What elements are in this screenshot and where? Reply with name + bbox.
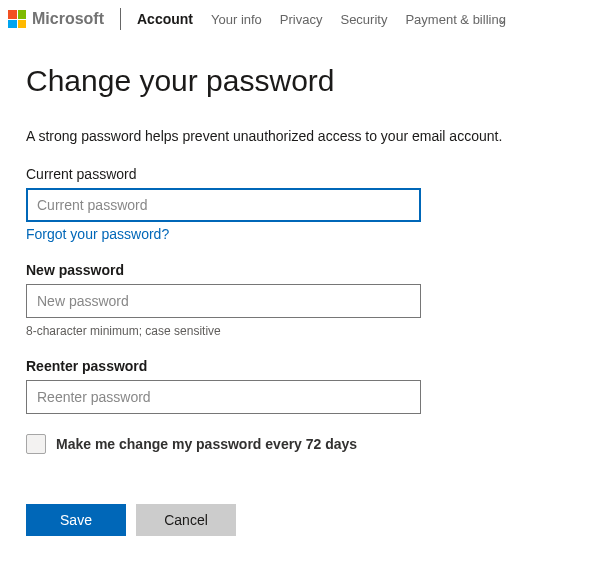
global-header: Microsoft Account Your info Privacy Secu…: [0, 0, 605, 38]
nav-your-info[interactable]: Your info: [211, 12, 262, 27]
microsoft-logo-icon: [8, 10, 26, 28]
new-password-hint: 8-character minimum; case sensitive: [26, 324, 579, 338]
main-content: Change your password A strong password h…: [0, 38, 605, 556]
rotate-password-label: Make me change my password every 72 days: [56, 436, 357, 452]
form-actions: Save Cancel: [26, 504, 579, 536]
nav-account[interactable]: Account: [137, 11, 193, 27]
nav-payment-billing-label: Payment & billing: [405, 12, 505, 27]
reenter-password-label: Reenter password: [26, 358, 579, 374]
nav-payment-billing[interactable]: Payment & billing ⌄: [405, 12, 506, 27]
new-password-field: New password 8-character minimum; case s…: [26, 262, 579, 338]
reenter-password-input[interactable]: [26, 380, 421, 414]
brand-logo[interactable]: Microsoft: [8, 10, 104, 28]
top-nav: Account Your info Privacy Security Payme…: [137, 11, 507, 27]
current-password-label: Current password: [26, 166, 579, 182]
page-title: Change your password: [26, 64, 579, 98]
new-password-label: New password: [26, 262, 579, 278]
chevron-down-icon: ⌄: [498, 13, 507, 26]
rotate-password-option[interactable]: Make me change my password every 72 days: [26, 434, 579, 454]
brand-name: Microsoft: [32, 10, 104, 28]
current-password-input[interactable]: [26, 188, 421, 222]
cancel-button[interactable]: Cancel: [136, 504, 236, 536]
nav-security[interactable]: Security: [340, 12, 387, 27]
reenter-password-field: Reenter password: [26, 358, 579, 414]
save-button[interactable]: Save: [26, 504, 126, 536]
forgot-password-link[interactable]: Forgot your password?: [26, 226, 169, 242]
rotate-password-checkbox[interactable]: [26, 434, 46, 454]
page-subtitle: A strong password helps prevent unauthor…: [26, 128, 579, 144]
header-separator: [120, 8, 121, 30]
nav-privacy[interactable]: Privacy: [280, 12, 323, 27]
current-password-field: Current password Forgot your password?: [26, 166, 579, 242]
new-password-input[interactable]: [26, 284, 421, 318]
